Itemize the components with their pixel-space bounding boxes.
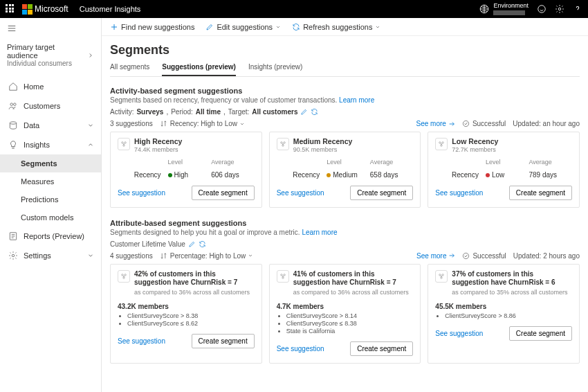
cmd-refresh-suggestions[interactable]: Refresh suggestions [288,21,385,33]
plus-icon [110,23,118,31]
svg-point-27 [441,276,443,278]
refresh-icon[interactable] [199,240,206,248]
audience-picker[interactable]: Primary target audience Individual consu… [0,40,101,73]
criteria-item: ClientSurveyScore > 8.38 [127,312,255,319]
pencil-icon[interactable] [188,240,196,248]
nav-customers[interactable]: Customers [0,96,101,116]
nav-measures[interactable]: Measures [0,172,101,190]
card-headline: 41% of customers in this suggestion have… [293,270,414,287]
see-suggestion-link[interactable]: See suggestion [118,189,165,197]
activity-section-title: Activity-based segment suggestions [110,87,580,95]
attribute-filters: Customer Lifetime Value [110,240,580,248]
card-members: 72.7K members [452,146,498,153]
col-average: Average [370,159,414,166]
see-suggestion-link[interactable]: See suggestion [435,330,483,337]
card-title: Low Recency [452,138,498,146]
create-segment-button[interactable]: Create segment [509,326,572,341]
create-segment-button[interactable]: Create segment [192,334,255,348]
segment-icon [118,270,130,283]
settings-icon[interactable] [555,4,564,14]
env-label: Environment [493,3,529,10]
cmd-find-suggestions[interactable]: Find new suggestions [106,21,199,33]
suggestion-count: 4 suggestions [110,252,153,260]
help-icon[interactable] [573,4,582,14]
level-value: Medium [327,171,370,179]
nav-predictions[interactable]: Predictions [0,190,101,208]
card-title: Medium Recency [293,138,353,146]
col-level: Level [327,159,370,166]
arrow-right-icon [448,121,455,127]
criteria-item: ClientSurveyScore ≤ 8.38 [286,320,414,327]
svg-point-24 [282,276,284,278]
sort-label[interactable]: Recency: High to Low [170,120,237,127]
feedback-icon[interactable] [537,4,546,14]
average-value: 658 days [370,171,414,179]
tabs: All segments Suggestions (preview) Insig… [110,63,580,77]
see-suggestion-link[interactable]: See suggestion [118,337,165,345]
nav-insights[interactable]: Insights [0,135,101,154]
create-segment-button[interactable]: Create segment [350,341,413,356]
col-level: Level [168,159,212,166]
chevron-down-icon [275,23,281,31]
svg-point-14 [282,145,284,147]
updated-label: Updated: 2 hours ago [513,252,580,260]
sort-label[interactable]: Percentage: High to Low [170,252,246,260]
brand-label: Microsoft [35,4,68,14]
nav-toggle[interactable] [0,18,101,40]
metric-row-label: Recency [435,171,479,179]
attribute-section-desc: Segments designed to help you hit a goal… [110,229,580,236]
tab-all-segments[interactable]: All segments [110,63,149,76]
svg-point-17 [441,145,443,147]
learn-more-link[interactable]: Learn more [339,96,374,104]
chevron-down-icon [239,121,245,127]
criteria-item: ClientSurveyScore > 8.14 [286,312,414,319]
svg-point-2 [558,8,561,10]
chevron-up-icon [87,141,94,148]
svg-point-11 [123,145,125,147]
environment-picker[interactable]: Environment [479,3,529,15]
product-name: Customer Insights [80,5,141,13]
suggestion-card: Low Recency 72.7K members Recency LevelL… [428,132,580,208]
nav-reports[interactable]: Reports (Preview) [0,226,101,246]
refresh-icon [292,23,300,31]
card-members: 45.5K members [435,303,572,310]
pencil-icon [205,23,214,31]
see-more-link[interactable]: See more [416,120,455,127]
insights-icon [8,140,18,150]
svg-point-1 [538,6,546,13]
chevron-down-icon [87,122,94,129]
create-segment-button[interactable]: Create segment [509,186,572,200]
suggestion-count: 3 suggestions [110,120,153,127]
chevron-down-icon [248,253,253,258]
gear-icon [8,251,18,260]
pencil-icon[interactable] [300,108,308,116]
chevron-down-icon [87,252,94,259]
see-suggestion-link[interactable]: See suggestion [277,345,324,353]
see-suggestion-link[interactable]: See suggestion [277,189,324,197]
tab-suggestions[interactable]: Suggestions (preview) [162,63,236,76]
nav-data[interactable]: Data [0,116,101,135]
card-title: High Recency [134,138,182,146]
nav-settings[interactable]: Settings [0,246,101,265]
segment-icon [277,270,289,283]
nav-custom-models[interactable]: Custom models [0,208,101,226]
average-value: 606 days [211,171,255,179]
see-suggestion-link[interactable]: See suggestion [435,189,483,197]
sort-icon[interactable] [160,252,167,260]
nav-home[interactable]: Home [0,77,101,96]
nav-segments[interactable]: Segments [0,154,101,172]
tab-insights[interactable]: Insights (preview) [248,63,302,76]
create-segment-button[interactable]: Create segment [192,186,255,200]
sort-icon[interactable] [160,120,167,127]
status-badge: Successful [462,252,506,260]
reports-icon [8,231,18,241]
check-circle-icon [462,252,470,260]
col-level: Level [486,159,529,166]
create-segment-button[interactable]: Create segment [350,186,413,200]
cmd-edit-suggestions[interactable]: Edit suggestions [201,21,285,33]
see-more-link[interactable]: See more [416,252,455,260]
refresh-icon[interactable] [311,108,318,116]
learn-more-link[interactable]: Learn more [302,229,337,236]
app-launcher-icon[interactable] [6,4,15,14]
col-average: Average [529,159,572,166]
